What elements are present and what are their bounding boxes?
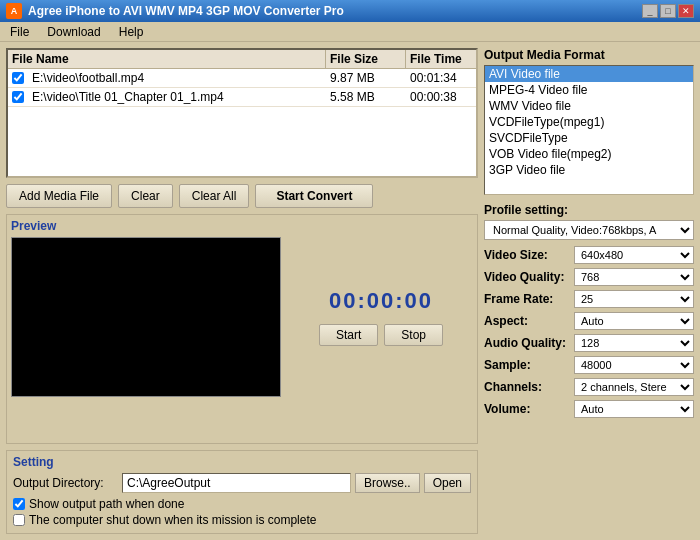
file-name-cell: E:\video\Title 01_Chapter 01_1.mp4	[28, 88, 326, 106]
setting-label-0: Video Size:	[484, 248, 574, 262]
setting-row-1: Video Quality: 768	[484, 268, 694, 286]
preview-video	[11, 237, 281, 397]
show-output-path-row: Show output path when done	[13, 497, 471, 511]
setting-select-1[interactable]: 768	[574, 268, 694, 286]
preview-label: Preview	[11, 219, 473, 233]
stop-playback-button[interactable]: Stop	[384, 324, 443, 346]
shutdown-label: The computer shut down when its mission …	[29, 513, 316, 527]
setting-label-1: Video Quality:	[484, 270, 574, 284]
header-file-name: File Name	[8, 50, 326, 68]
menu-help[interactable]: Help	[115, 24, 148, 40]
open-button[interactable]: Open	[424, 473, 471, 493]
shutdown-checkbox[interactable]	[13, 514, 25, 526]
format-section-title: Output Media Format	[484, 48, 694, 62]
start-playback-button[interactable]: Start	[319, 324, 378, 346]
file-rows: E:\video\football.mp4 9.87 MB 00:01:34 E…	[8, 69, 476, 107]
start-convert-button[interactable]: Start Convert	[255, 184, 373, 208]
main-content: File Name File Size File Time E:\video\f…	[0, 42, 700, 540]
file-list-container: File Name File Size File Time E:\video\f…	[6, 48, 478, 178]
setting-select-4[interactable]: 128	[574, 334, 694, 352]
setting-row-7: Volume: Auto	[484, 400, 694, 418]
setting-label-3: Aspect:	[484, 314, 574, 328]
setting-row-3: Aspect: Auto	[484, 312, 694, 330]
buttons-row: Add Media File Clear Clear All Start Con…	[6, 184, 478, 208]
preview-content: 00:00:00 Start Stop	[11, 237, 473, 397]
format-item[interactable]: WMV Video file	[485, 98, 693, 114]
file-name-cell: E:\video\football.mp4	[28, 69, 326, 87]
shutdown-row: The computer shut down when its mission …	[13, 513, 471, 527]
browse-button[interactable]: Browse..	[355, 473, 420, 493]
title-bar: A Agree iPhone to AVI WMV MP4 3GP MOV Co…	[0, 0, 700, 22]
output-dir-input[interactable]	[122, 473, 351, 493]
format-item[interactable]: MPEG-4 Video file	[485, 82, 693, 98]
header-file-size: File Size	[326, 50, 406, 68]
format-item[interactable]: VOB Video file(mpeg2)	[485, 146, 693, 162]
profile-section: Profile setting: Normal Quality, Video:7…	[484, 203, 694, 240]
setting-select-3[interactable]: Auto	[574, 312, 694, 330]
setting-select-7[interactable]: Auto	[574, 400, 694, 418]
setting-row-2: Frame Rate: 25	[484, 290, 694, 308]
setting-select-5[interactable]: 48000	[574, 356, 694, 374]
close-button[interactable]: ✕	[678, 4, 694, 18]
setting-label-5: Sample:	[484, 358, 574, 372]
add-media-button[interactable]: Add Media File	[6, 184, 112, 208]
format-item[interactable]: 3GP Video file	[485, 162, 693, 178]
preview-section: Preview 00:00:00 Start Stop	[6, 214, 478, 444]
clear-all-button[interactable]: Clear All	[179, 184, 250, 208]
file-checkbox-0[interactable]	[12, 72, 24, 84]
format-section: Output Media Format AVI Video fileMPEG-4…	[484, 48, 694, 195]
setting-label-7: Volume:	[484, 402, 574, 416]
file-size-cell: 5.58 MB	[326, 88, 406, 106]
setting-select-2[interactable]: 25	[574, 290, 694, 308]
playback-buttons: Start Stop	[319, 324, 443, 346]
app-icon: A	[6, 3, 22, 19]
setting-row-5: Sample: 48000	[484, 356, 694, 374]
profile-title: Profile setting:	[484, 203, 694, 217]
setting-label-6: Channels:	[484, 380, 574, 394]
format-item[interactable]: VCDFileType(mpeg1)	[485, 114, 693, 130]
window-title: Agree iPhone to AVI WMV MP4 3GP MOV Conv…	[28, 4, 344, 18]
setting-row-4: Audio Quality: 128	[484, 334, 694, 352]
setting-select-0[interactable]: 640x480	[574, 246, 694, 264]
left-panel: File Name File Size File Time E:\video\f…	[6, 48, 478, 534]
menu-download[interactable]: Download	[43, 24, 104, 40]
setting-label-4: Audio Quality:	[484, 336, 574, 350]
preview-controls: 00:00:00 Start Stop	[289, 237, 473, 397]
maximize-button[interactable]: □	[660, 4, 676, 18]
setting-row-6: Channels: 2 channels, Stere	[484, 378, 694, 396]
file-checkbox-1[interactable]	[12, 91, 24, 103]
minimize-button[interactable]: _	[642, 4, 658, 18]
file-list-header: File Name File Size File Time	[8, 50, 476, 69]
setting-label-2: Frame Rate:	[484, 292, 574, 306]
window-controls: _ □ ✕	[642, 4, 694, 18]
file-time-cell: 00:00:38	[406, 88, 476, 106]
settings-grid: Video Size: 640x480 Video Quality: 768 F…	[484, 246, 694, 418]
file-time-cell: 00:01:34	[406, 69, 476, 87]
table-row[interactable]: E:\video\football.mp4 9.87 MB 00:01:34	[8, 69, 476, 88]
setting-row-0: Video Size: 640x480	[484, 246, 694, 264]
clear-button[interactable]: Clear	[118, 184, 173, 208]
setting-select-6[interactable]: 2 channels, Stere	[574, 378, 694, 396]
setting-section: Setting Output Directory: Browse.. Open …	[6, 450, 478, 534]
output-dir-label: Output Directory:	[13, 476, 118, 490]
right-panel: Output Media Format AVI Video fileMPEG-4…	[484, 48, 694, 534]
show-output-path-checkbox[interactable]	[13, 498, 25, 510]
show-output-path-label: Show output path when done	[29, 497, 184, 511]
output-dir-row: Output Directory: Browse.. Open	[13, 473, 471, 493]
profile-select[interactable]: Normal Quality, Video:768kbps, A	[484, 220, 694, 240]
menu-file[interactable]: File	[6, 24, 33, 40]
table-row[interactable]: E:\video\Title 01_Chapter 01_1.mp4 5.58 …	[8, 88, 476, 107]
header-file-time: File Time	[406, 50, 476, 68]
file-size-cell: 9.87 MB	[326, 69, 406, 87]
format-item[interactable]: AVI Video file	[485, 66, 693, 82]
format-item[interactable]: SVCDFileType	[485, 130, 693, 146]
format-list[interactable]: AVI Video fileMPEG-4 Video fileWMV Video…	[484, 65, 694, 195]
setting-label: Setting	[13, 455, 471, 469]
menu-bar: File Download Help	[0, 22, 700, 42]
time-display: 00:00:00	[329, 288, 433, 314]
